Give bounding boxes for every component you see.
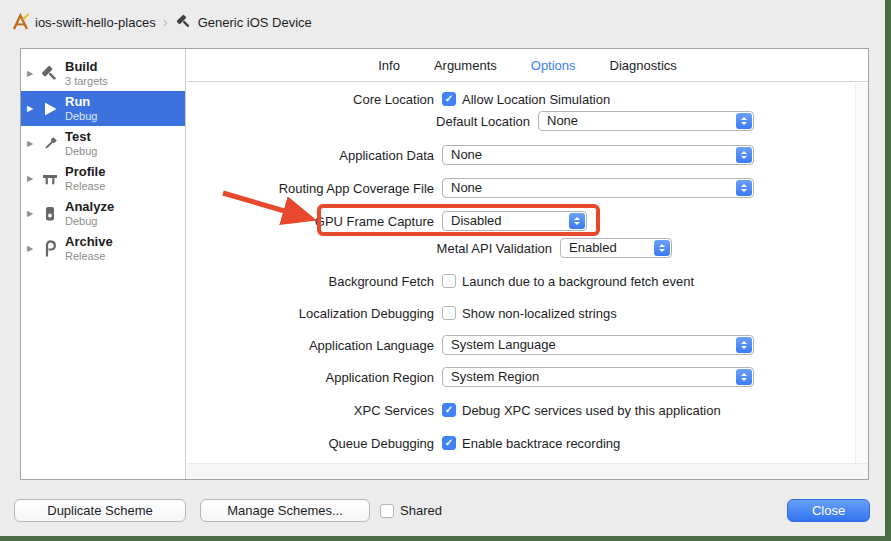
xpc-services-row: XPC Services Debug XPC services used by …	[187, 400, 721, 420]
application-language-select[interactable]: System Language	[442, 335, 754, 355]
sidebar-item-title: Test	[65, 130, 97, 145]
sidebar-item-subtitle: Debug	[65, 215, 114, 228]
sidebar-item-run[interactable]: ▶ RunDebug	[21, 91, 185, 126]
field-label: Application Language	[187, 338, 434, 353]
disclosure-triangle-icon[interactable]: ▶	[27, 209, 40, 218]
checkbox-label: Debug XPC services used by this applicat…	[462, 403, 721, 418]
scheme-actions-sidebar: ▶ Build3 targets ▶ RunDebug ▶ TestDebug	[21, 49, 186, 479]
field-label: Application Data	[187, 148, 434, 163]
select-value: System Region	[451, 369, 539, 384]
show-non-localized-strings-checkbox[interactable]	[442, 306, 456, 320]
play-icon	[40, 99, 60, 119]
routing-app-coverage-select[interactable]: None	[442, 178, 754, 198]
disclosure-triangle-icon[interactable]: ▶	[27, 139, 40, 148]
sidebar-item-profile[interactable]: ▶ ProfileRelease	[21, 161, 185, 196]
background-fetch-row: Background Fetch Launch due to a backgro…	[187, 271, 694, 291]
disclosure-triangle-icon[interactable]: ▶	[27, 104, 40, 113]
enable-backtrace-recording-checkbox[interactable]	[442, 436, 456, 450]
core-location-row: Core Location Allow Location Simulation	[187, 89, 610, 109]
sidebar-item-title: Profile	[65, 165, 105, 180]
checkbox-label: Show non-localized strings	[462, 306, 617, 321]
hammer-icon	[40, 64, 60, 84]
stepper-icon	[569, 213, 585, 229]
queue-debugging-row: Queue Debugging Enable backtrace recordi…	[187, 433, 620, 453]
gpu-frame-capture-select[interactable]: Disabled	[442, 211, 587, 231]
wrench-icon	[40, 134, 60, 154]
application-data-select[interactable]: None	[442, 145, 754, 165]
checkbox-label: Launch due to a background fetch event	[462, 274, 694, 289]
default-location-select[interactable]: None	[538, 111, 754, 131]
field-label: Localization Debugging	[187, 306, 434, 321]
scheme-editor-window: ios-swift-hello-places › Generic iOS Dev…	[0, 0, 891, 541]
application-region-select[interactable]: System Region	[442, 367, 754, 387]
manage-schemes-button[interactable]: Manage Schemes...	[200, 499, 370, 522]
sidebar-item-analyze[interactable]: ▶ AnalyzeDebug	[21, 196, 185, 231]
field-label: Background Fetch	[187, 274, 434, 289]
application-data-row: Application Data None	[187, 145, 754, 165]
default-location-row: Default Location None	[187, 111, 754, 131]
disclosure-triangle-icon[interactable]: ▶	[27, 244, 40, 253]
breadcrumb-scheme[interactable]: ios-swift-hello-places	[35, 15, 156, 30]
chevron-right-icon: ›	[163, 13, 168, 30]
gpu-frame-capture-row: GPU Frame Capture Disabled	[187, 211, 587, 231]
metal-api-validation-row: Metal API Validation Enabled	[187, 238, 672, 258]
field-label: Queue Debugging	[187, 436, 434, 451]
select-value: None	[547, 113, 578, 128]
sidebar-item-title: Archive	[65, 235, 113, 250]
sidebar-item-subtitle: Release	[65, 180, 105, 193]
sidebar-item-title: Analyze	[65, 200, 114, 215]
field-label: XPC Services	[187, 403, 434, 418]
tab-options[interactable]: Options	[531, 58, 576, 73]
options-form: Core Location Allow Location Simulation …	[187, 83, 868, 479]
content-footer-strip	[187, 463, 868, 479]
breadcrumb-destination[interactable]: Generic iOS Device	[198, 15, 312, 30]
stepper-icon	[654, 240, 670, 256]
metal-api-validation-select[interactable]: Enabled	[560, 238, 672, 258]
stepper-icon	[736, 180, 752, 196]
debug-xpc-services-checkbox[interactable]	[442, 403, 456, 417]
scrollbar-track[interactable]	[855, 83, 868, 463]
stepper-icon	[736, 147, 752, 163]
screenshot-border	[885, 0, 891, 541]
field-label: GPU Frame Capture	[187, 214, 434, 229]
stepper-icon	[736, 337, 752, 353]
field-label: Core Location	[187, 92, 434, 107]
hammer-icon	[175, 13, 193, 31]
sidebar-item-subtitle: Debug	[65, 110, 97, 123]
shared-option: Shared	[380, 503, 442, 518]
tab-arguments[interactable]: Arguments	[434, 58, 497, 73]
tab-bar: Info Arguments Options Diagnostics	[187, 49, 868, 82]
field-label: Default Location	[187, 114, 530, 129]
archive-icon	[40, 239, 60, 259]
localization-debugging-row: Localization Debugging Show non-localize…	[187, 303, 617, 323]
analyze-icon	[40, 204, 60, 224]
sidebar-item-title: Build	[65, 60, 108, 75]
stepper-icon	[736, 113, 752, 129]
sidebar-item-test[interactable]: ▶ TestDebug	[21, 126, 185, 161]
field-label: Metal API Validation	[187, 241, 552, 256]
gauge-icon	[40, 169, 60, 189]
sidebar-item-subtitle: 3 targets	[65, 75, 108, 88]
stepper-icon	[736, 369, 752, 385]
field-label: Routing App Coverage File	[187, 181, 434, 196]
background-fetch-checkbox[interactable]	[442, 274, 456, 288]
disclosure-triangle-icon[interactable]: ▶	[27, 69, 40, 78]
shared-label: Shared	[400, 503, 442, 518]
select-value: Disabled	[451, 213, 502, 228]
close-button[interactable]: Close	[787, 499, 870, 522]
sidebar-item-archive[interactable]: ▶ ArchiveRelease	[21, 231, 185, 266]
checkbox-label: Enable backtrace recording	[462, 436, 620, 451]
disclosure-triangle-icon[interactable]: ▶	[27, 174, 40, 183]
tab-diagnostics[interactable]: Diagnostics	[610, 58, 677, 73]
allow-location-simulation-checkbox[interactable]	[442, 92, 456, 106]
sidebar-item-build[interactable]: ▶ Build3 targets	[21, 56, 185, 91]
sidebar-item-subtitle: Release	[65, 250, 113, 263]
run-options-pane: Info Arguments Options Diagnostics Core …	[187, 49, 868, 479]
edit-scheme-dialog: ▶ Build3 targets ▶ RunDebug ▶ TestDebug	[20, 48, 869, 480]
shared-checkbox[interactable]	[380, 504, 394, 518]
field-label: Application Region	[187, 370, 434, 385]
checkbox-label: Allow Location Simulation	[462, 92, 610, 107]
duplicate-scheme-button[interactable]: Duplicate Scheme	[14, 499, 186, 522]
select-value: System Language	[451, 337, 556, 352]
tab-info[interactable]: Info	[378, 58, 400, 73]
